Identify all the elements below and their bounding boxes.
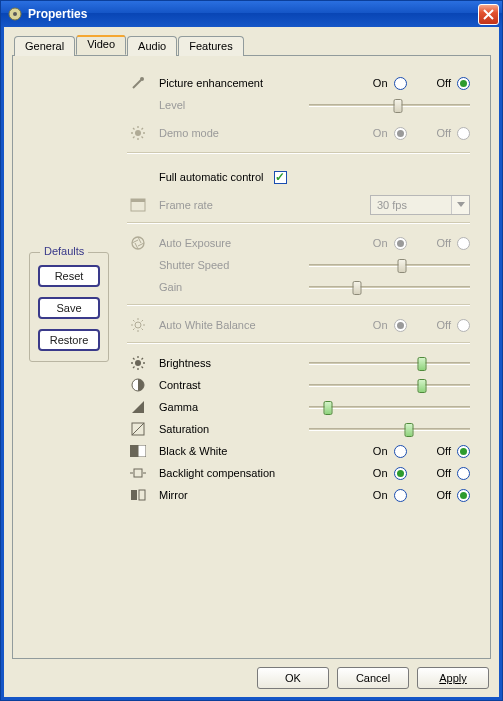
radio-picture-on[interactable] (394, 77, 407, 90)
row-mirror: Mirror On Off (127, 484, 470, 506)
dialog-buttonbar: OK Cancel Apply (12, 659, 491, 689)
svg-line-9 (142, 137, 144, 139)
svg-line-10 (133, 137, 135, 139)
svg-rect-36 (138, 445, 146, 457)
label-brightness: Brightness (159, 357, 299, 369)
sun-icon (127, 125, 149, 141)
reset-button[interactable]: Reset (38, 265, 100, 287)
properties-window: Properties General Video Audio Features … (0, 0, 503, 701)
label-gain: Gain (159, 281, 299, 293)
row-demo-mode: Demo mode On Off (127, 122, 470, 144)
svg-rect-40 (131, 490, 137, 500)
apply-button[interactable]: Apply (417, 667, 489, 689)
tabstrip: General Video Audio Features (14, 35, 491, 55)
svg-line-20 (133, 320, 135, 322)
save-button[interactable]: Save (38, 297, 100, 319)
divider-1 (127, 152, 470, 154)
titlebar: Properties (1, 1, 502, 27)
radio-group-auto-wb: On Off (309, 319, 470, 332)
checkbox-full-auto[interactable]: ✓ (274, 171, 287, 184)
label-backlight: Backlight compensation (159, 467, 299, 479)
wand-icon (127, 75, 149, 91)
right-column: Picture enhancement On Off Level (127, 72, 474, 648)
combo-frame-rate-value: 30 fps (371, 199, 413, 211)
row-full-auto: Full automatic control ✓ (127, 166, 470, 188)
close-button[interactable] (478, 4, 499, 25)
svg-rect-41 (139, 490, 145, 500)
svg-point-1 (13, 12, 17, 16)
svg-point-24 (135, 360, 141, 366)
svg-line-31 (133, 367, 135, 369)
label-contrast: Contrast (159, 379, 299, 391)
label-auto-wb: Auto White Balance (159, 319, 299, 331)
radio-bw-on[interactable] (394, 445, 407, 458)
svg-line-8 (133, 128, 135, 130)
radio-group-mirror: On Off (309, 489, 470, 502)
radio-bw-off[interactable] (457, 445, 470, 458)
framerate-icon (127, 198, 149, 212)
row-auto-exposure: Auto Exposure On Off (127, 232, 470, 254)
saturation-icon (127, 422, 149, 436)
label-off: Off (437, 77, 451, 89)
label-on: On (373, 77, 388, 89)
radio-group-picture-enhancement: On Off (309, 77, 470, 90)
svg-line-29 (133, 358, 135, 360)
tab-panel-video: Defaults Reset Save Restore Picture enha… (12, 55, 491, 659)
slider-level (309, 98, 470, 112)
label-demo-mode: Demo mode (159, 127, 299, 139)
contrast-icon (127, 378, 149, 392)
svg-line-11 (142, 128, 144, 130)
gamma-icon (127, 400, 149, 414)
radio-backlight-off[interactable] (457, 467, 470, 480)
svg-line-22 (133, 329, 135, 331)
radio-mirror-off[interactable] (457, 489, 470, 502)
bw-icon (127, 445, 149, 457)
ok-button[interactable]: OK (257, 667, 329, 689)
row-frame-rate: Frame rate 30 fps (127, 194, 470, 216)
divider-fr (127, 222, 470, 224)
svg-line-21 (142, 329, 144, 331)
radio-ae-off (457, 237, 470, 250)
cancel-button[interactable]: Cancel (337, 667, 409, 689)
radio-picture-off[interactable] (457, 77, 470, 90)
slider-brightness[interactable] (309, 356, 470, 370)
radio-demo-off (457, 127, 470, 140)
label-auto-exposure: Auto Exposure (159, 237, 299, 249)
radio-group-demo-mode: On Off (309, 127, 470, 140)
svg-rect-37 (134, 469, 142, 477)
row-gamma: Gamma (127, 396, 470, 418)
tab-audio[interactable]: Audio (127, 36, 177, 56)
tab-features[interactable]: Features (178, 36, 243, 56)
row-level: Level (127, 94, 470, 116)
label-level: Level (159, 99, 299, 111)
row-gain: Gain (127, 276, 470, 298)
combo-frame-rate: 30 fps (370, 195, 470, 215)
restore-button[interactable]: Restore (38, 329, 100, 351)
sun-outline-icon (127, 317, 149, 333)
row-brightness: Brightness (127, 352, 470, 374)
app-icon (7, 6, 23, 22)
svg-line-23 (142, 320, 144, 322)
radio-ae-on (394, 237, 407, 250)
label-saturation: Saturation (159, 423, 299, 435)
radio-awb-on (394, 319, 407, 332)
label-frame-rate: Frame rate (159, 199, 299, 211)
row-picture-enhancement: Picture enhancement On Off (127, 72, 470, 94)
left-column: Defaults Reset Save Restore (29, 72, 109, 648)
row-shutter-speed: Shutter Speed (127, 254, 470, 276)
slider-shutter (309, 258, 470, 272)
slider-gamma[interactable] (309, 400, 470, 414)
radio-group-bw: On Off (309, 445, 470, 458)
tab-general[interactable]: General (14, 36, 75, 56)
tab-video[interactable]: Video (76, 35, 126, 55)
slider-saturation[interactable] (309, 422, 470, 436)
aperture-icon (127, 235, 149, 251)
row-black-white: Black & White On Off (127, 440, 470, 462)
radio-awb-off (457, 319, 470, 332)
radio-mirror-on[interactable] (394, 489, 407, 502)
chevron-down-icon (451, 196, 469, 214)
slider-contrast[interactable] (309, 378, 470, 392)
radio-backlight-on[interactable] (394, 467, 407, 480)
row-backlight: Backlight compensation On Off (127, 462, 470, 484)
mirror-icon (127, 489, 149, 501)
